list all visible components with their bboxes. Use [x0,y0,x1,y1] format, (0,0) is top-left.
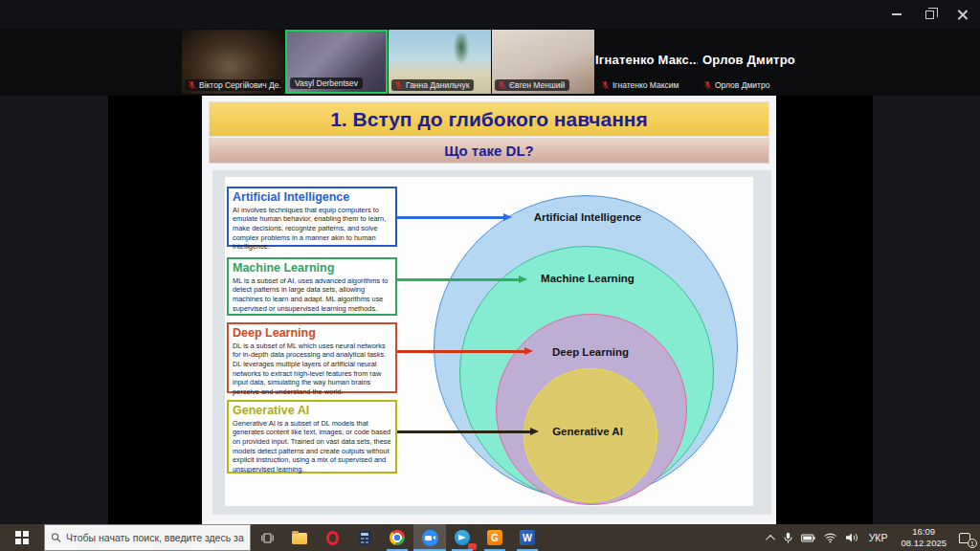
concept-box-body: DL is a subset of ML which uses neural n… [233,342,391,397]
word-button[interactable]: W [511,524,544,551]
tray-time: 16:09 [901,526,947,538]
arrow-deep-learning [397,350,525,353]
participant-video-strip: Віктор Сергійович Де... Vasyl Derbentsev… [0,29,980,96]
concept-box-deep-learning: Deep Learning DL is a subset of ML which… [227,322,397,393]
file-explorer-icon [292,533,307,544]
search-input[interactable] [66,532,244,543]
circle-label-generative-ai: Generative AI [552,426,623,437]
window-restore-button[interactable] [913,0,946,29]
concept-box-artificial-intelligence: Artificial Intelligence AI involves tech… [227,187,397,247]
chevron-up-icon [766,534,775,543]
mic-muted-icon [703,80,712,90]
tray-microphone-button[interactable] [779,524,797,551]
participant-name-tag: Віктор Сергійович Де... [185,79,281,91]
circle-label-deep-learning: Deep Learning [552,346,629,358]
zoom-app-button[interactable] [413,524,446,551]
wifi-icon [823,532,837,543]
task-view-button[interactable] [251,524,283,551]
participant-display-name: Ігнатенко Макс... [595,53,698,67]
participant-name: Віктор Сергійович Де... [199,80,281,90]
participant-name-tag: Vasyl Derbentsev [290,77,363,89]
mic-muted-icon [188,80,196,90]
slide-subtitle: Що таке DL? [209,138,769,164]
participant-name-tag: Ігнатенко Максим [598,79,683,91]
tray-wifi-button[interactable] [819,524,841,551]
participant-name-tag: Ганна Данильчук [391,79,474,91]
circle-label-artificial-intelligence: Artificial Intelligence [534,211,641,223]
tray-expand-button[interactable] [765,524,779,551]
file-explorer-button[interactable] [283,524,316,551]
getcourse-icon: G [487,530,502,545]
chrome-icon [390,530,405,545]
concept-box-body: ML is a subset of AI, uses advanced algo… [233,276,391,314]
window-title-bar [0,0,980,29]
zoom-icon [422,530,438,546]
telegram-button[interactable] [446,524,479,551]
language-indicator[interactable]: УКР [862,524,895,551]
windows-taskbar: G W УКР 16:09 08. [0,524,980,551]
concept-box-body: AI involves techniques that equip comput… [233,206,391,252]
concept-box-heading: Deep Learning [233,327,391,341]
notification-count-badge: 1 [968,539,977,548]
concept-box-heading: Machine Learning [233,262,391,276]
audio-tile-orlov[interactable]: Орлов Дмитро Орлов Дмитро [698,30,800,94]
tray-date: 08.12.2025 [901,538,947,549]
tray-volume-button[interactable] [841,524,862,551]
participant-name: Євген Менший [509,80,565,90]
taskbar-search-box[interactable] [44,524,251,551]
task-view-icon [260,532,275,544]
participant-name: Ганна Данильчук [406,80,469,90]
arrow-machine-learning [397,278,520,281]
tray-clock[interactable]: 16:09 08.12.2025 [894,524,953,551]
calculator-icon [359,531,370,545]
audio-tile-ihnatenko[interactable]: Ігнатенко Макс... Ігнатенко Максим [595,30,698,94]
participant-name: Ігнатенко Максим [612,80,679,90]
circle-label-machine-learning: Machine Learning [541,273,635,284]
zoom-meeting-window: Віктор Сергійович Де... Vasyl Derbentsev… [0,0,980,551]
action-center-button[interactable]: 1 [953,524,980,551]
concept-box-body: Generative AI is a subset of DL models t… [233,419,391,474]
word-icon: W [520,530,535,545]
concept-box-machine-learning: Machine Learning ML is a subset of AI, u… [227,257,397,316]
arrow-generative-ai [397,430,531,433]
participant-name-tag: Орлов Дмитро [701,79,774,91]
opera-button[interactable] [316,524,348,551]
video-tile-viktor[interactable]: Віктор Сергійович Де... [182,30,284,94]
mic-muted-icon [601,80,610,90]
mic-muted-icon [394,80,403,90]
participant-display-name: Орлов Дмитро [698,53,800,67]
participant-name: Орлов Дмитро [715,80,769,90]
search-icon [51,532,61,543]
opera-icon [326,531,339,545]
concept-box-heading: Generative AI [233,405,391,418]
video-tile-hanna[interactable]: Ганна Данильчук [389,30,491,94]
arrow-artificial-intelligence [397,216,504,219]
getcourse-button[interactable]: G [479,524,511,551]
battery-icon [801,534,815,542]
tray-battery-button[interactable] [797,524,819,551]
restore-icon [925,11,934,19]
minimize-icon [892,13,902,15]
window-minimize-button[interactable] [880,0,913,29]
video-tile-vasyl-active-speaker[interactable]: Vasyl Derbentsev [285,30,388,94]
window-close-button[interactable] [946,0,978,29]
chrome-button[interactable] [381,524,413,551]
participant-name-tag: Євген Менший [495,79,569,91]
concept-box-generative-ai: Generative AI Generative AI is a subset … [227,400,397,474]
windows-logo-icon [15,531,29,544]
close-icon [957,10,968,20]
speaker-icon [845,532,858,543]
video-tile-yevhen[interactable]: Євген Менший [492,30,594,94]
start-button[interactable] [0,524,44,551]
system-tray: УКР 16:09 08.12.2025 1 [765,524,980,551]
concept-box-heading: Artificial Intelligence [233,191,391,205]
microphone-icon [783,532,793,544]
calculator-button[interactable] [348,524,381,551]
mic-muted-icon [498,80,506,90]
slide-title: 1. Вступ до глибокого навчання [209,101,769,137]
participant-name: Vasyl Derbentsev [295,78,358,88]
